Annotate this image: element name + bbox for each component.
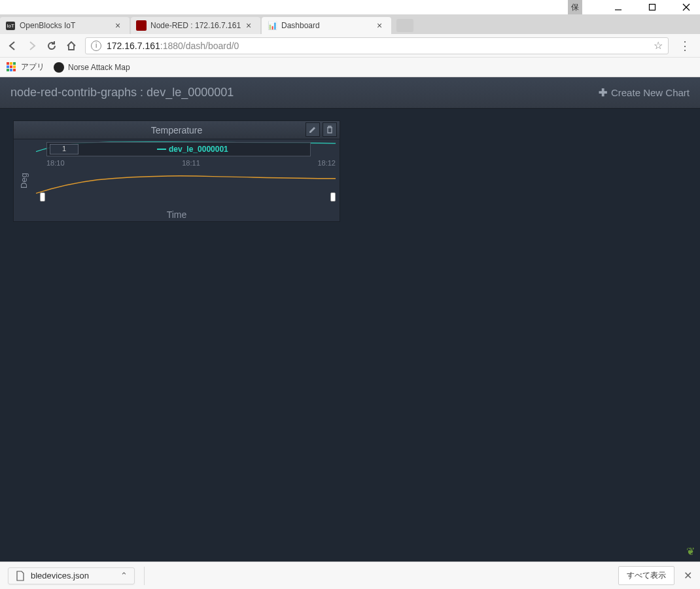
url-text: 172.16.7.161:1880/dash/board/0 — [107, 41, 654, 51]
browser-tab[interactable]: 📊 Dashboard × — [262, 17, 391, 34]
create-chart-label: Create New Chart — [611, 87, 690, 98]
browser-tab[interactable]: Node-RED : 172.16.7.161 × — [131, 17, 260, 34]
show-all-downloads-button[interactable]: すべて表示 — [618, 566, 674, 585]
tick-label: 18:11 — [143, 159, 239, 167]
site-info-icon[interactable]: i — [91, 41, 101, 51]
tick-label: 18:10 — [46, 159, 143, 167]
browser-menu-button[interactable]: ⋮ — [676, 39, 693, 53]
range-slider[interactable] — [40, 192, 336, 203]
status-badge: 保 — [568, 0, 582, 14]
page-title: node-red-contrib-graphs : dev_le_0000001 — [10, 86, 234, 99]
divider — [144, 567, 145, 585]
chart-title: Temperature — [151, 125, 203, 135]
tick-label: 18:12 — [239, 159, 336, 167]
plus-icon: ✚ — [599, 86, 607, 99]
tab-close-icon[interactable]: × — [115, 20, 124, 31]
edit-chart-button[interactable] — [306, 122, 320, 137]
apps-label: アプリ — [21, 62, 44, 73]
svg-rect-1 — [650, 5, 656, 10]
status-badge-text: 保 — [571, 2, 579, 13]
tab-title: OpenBlocks IoT — [20, 21, 115, 30]
chevron-up-icon[interactable]: ⌃ — [120, 571, 128, 580]
delete-chart-button[interactable] — [323, 122, 337, 137]
trash-icon — [326, 126, 334, 134]
dashboard-app: node-red-contrib-graphs : dev_le_0000001… — [0, 77, 700, 562]
nodered-leaf-icon[interactable]: ❦ — [686, 545, 695, 558]
bookmark-item[interactable]: Norse Attack Map — [54, 62, 130, 73]
bookmarks-bar: アプリ Norse Attack Map — [0, 58, 700, 77]
browser-tab-strip: IoT OpenBlocks IoT × Node-RED : 172.16.7… — [0, 14, 700, 34]
range-handle-right[interactable] — [330, 192, 336, 202]
chart-ylabel: Deg — [19, 173, 29, 188]
legend-series-label: dev_le_0000001 — [169, 145, 228, 154]
chart-body: Deg 1 dev_le_0000001 18:10 18:11 — [14, 139, 340, 221]
pencil-icon — [309, 126, 317, 134]
download-filename: bledevices.json — [31, 571, 89, 580]
window-close-button[interactable] — [675, 0, 697, 14]
window-minimize-button[interactable] — [607, 0, 629, 14]
chart-header: Temperature — [14, 121, 340, 139]
tab-title: Node-RED : 172.16.7.161 — [150, 21, 246, 30]
chart-legend: 1 dev_le_0000001 — [46, 142, 311, 156]
nav-home-button[interactable] — [65, 40, 77, 52]
bookmark-label: Norse Attack Map — [68, 63, 130, 72]
close-download-bar-button[interactable]: ✕ — [684, 569, 692, 582]
chart-card: Temperature Deg 1 — [13, 120, 340, 222]
apps-grid-icon — [7, 62, 17, 73]
legend-count-input[interactable]: 1 — [50, 144, 79, 154]
nodered-favicon-icon — [136, 20, 147, 31]
legend-line-icon — [157, 149, 166, 150]
download-bar: bledevices.json ⌃ すべて表示 ✕ — [0, 562, 700, 589]
apps-shortcut[interactable]: アプリ — [7, 62, 44, 73]
legend-series-item[interactable]: dev_le_0000001 — [157, 145, 228, 154]
nav-back-button[interactable] — [7, 40, 18, 52]
chart-xlabel: Time — [14, 209, 340, 220]
range-handle-left[interactable] — [40, 192, 45, 202]
iot-favicon-icon: IoT — [5, 20, 16, 31]
nav-forward-button[interactable] — [26, 40, 38, 52]
url-host: 172.16.7.161 — [107, 41, 160, 51]
address-input[interactable]: i 172.16.7.161:1880/dash/board/0 ☆ — [85, 37, 669, 54]
browser-tab[interactable]: IoT OpenBlocks IoT × — [0, 17, 130, 34]
create-new-chart-button[interactable]: ✚ Create New Chart — [599, 86, 690, 99]
nav-reload-button[interactable] — [46, 40, 58, 52]
tab-close-icon[interactable]: × — [246, 20, 255, 31]
address-bar-row: i 172.16.7.161:1880/dash/board/0 ☆ ⋮ — [0, 34, 700, 58]
window-maximize-button[interactable] — [641, 0, 663, 14]
tab-close-icon[interactable]: × — [377, 20, 386, 31]
download-item[interactable]: bledevices.json ⌃ — [8, 567, 135, 584]
url-path: :1880/dash/board/0 — [160, 41, 239, 51]
bookmark-star-icon[interactable]: ☆ — [654, 39, 663, 52]
file-icon — [15, 571, 26, 581]
new-tab-button[interactable] — [396, 19, 413, 32]
chart-x-ticks: 18:10 18:11 18:12 — [46, 159, 336, 167]
norse-favicon-icon — [54, 62, 64, 73]
tab-title: Dashboard — [281, 21, 377, 30]
window-titlebar: 保 — [0, 0, 700, 14]
dashboard-favicon-icon: 📊 — [267, 20, 277, 31]
app-header: node-red-contrib-graphs : dev_le_0000001… — [0, 77, 700, 109]
